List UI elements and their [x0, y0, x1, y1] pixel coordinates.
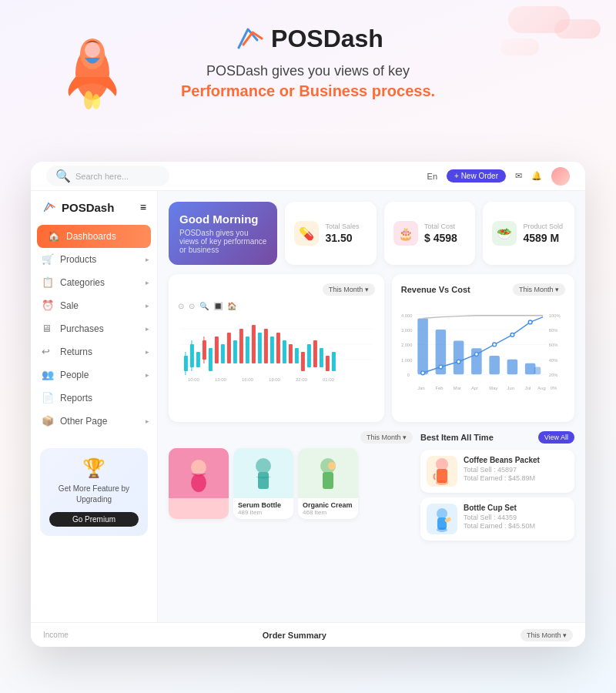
product-card-hidden [169, 448, 229, 519]
new-order-button[interactable]: + New Order [447, 169, 506, 182]
stat-label-sold: Product Sold [523, 223, 565, 230]
coffee-total-sell: Total Sell : 45897 [464, 466, 568, 474]
sidebar-item-dashboards[interactable]: 🏠 Dashboards [37, 225, 151, 248]
sidebar-item-purchases[interactable]: 🖥 Purchases ▸ [31, 317, 157, 340]
svg-text:3,000: 3,000 [401, 328, 413, 333]
svg-rect-24 [283, 340, 286, 363]
menu-toggle-icon[interactable]: ≡ [140, 201, 146, 213]
svg-text:Mar: Mar [454, 386, 461, 390]
sidebar-label-purchases: Purchases [60, 323, 104, 334]
logo-icon [233, 23, 263, 54]
purchases-icon: 🖥 [42, 323, 54, 335]
sale-icon: ⏰ [42, 300, 54, 312]
notification-icon[interactable]: 🔔 [531, 171, 542, 181]
revenue-chart-card: Revenue Vs Cost This Month ▾ 4,000 3,000 [392, 274, 574, 422]
svg-rect-86 [323, 472, 333, 489]
product-card-cream: Organic Cream 468 Item [298, 448, 358, 519]
sidebar-item-people[interactable]: 👥 People ▸ [31, 363, 157, 387]
svg-rect-60 [454, 341, 464, 375]
best-items-section: Best Item All Time View All [420, 431, 574, 545]
svg-rect-29 [313, 340, 317, 367]
candlestick-svg: 10:00 13:00 16:00 19:00 22:00 01:00 [178, 313, 375, 383]
best-item-bottle: Bottle Cup Set Total Sell : 44359 Total … [420, 497, 574, 541]
candlestick-period-button[interactable]: This Month ▾ [323, 283, 375, 296]
language-selector[interactable]: En [427, 172, 437, 181]
chart-icon-2[interactable]: ⊙ [189, 302, 195, 310]
chart-icon-3[interactable]: 🔍 [199, 302, 209, 310]
chart-icon-1[interactable]: ⊙ [178, 302, 184, 310]
stat-icon-sold: 🥗 [492, 221, 517, 246]
svg-rect-13 [215, 336, 219, 363]
sidebar-item-other[interactable]: 📦 Other Page ▸ [31, 410, 157, 433]
svg-point-71 [511, 333, 514, 336]
svg-point-93 [437, 527, 447, 532]
products-period-button[interactable]: This Month ▾ [360, 431, 413, 444]
svg-rect-31 [326, 356, 330, 371]
svg-rect-10 [196, 352, 200, 367]
stat-card-sold: 🥗 Product Sold 4589 M [483, 202, 574, 265]
charts-row: This Month ▾ ⊙ ⊙ 🔍 🔳 🏠 [169, 274, 574, 422]
chart-icon-4[interactable]: 🔳 [213, 302, 223, 310]
stat-label-sales: Total Sales [325, 223, 367, 230]
sidebar-item-categories[interactable]: 📋 Categories ▸ [31, 271, 157, 294]
stat-card-sales: 💊 Total Sales 31.50 [285, 202, 377, 265]
search-box[interactable]: 🔍 Search here... [46, 166, 169, 186]
sidebar-logo-icon [42, 200, 55, 214]
product-info-serum: Serum Bottle 489 Item [233, 498, 293, 519]
svg-rect-58 [417, 319, 428, 375]
income-label: Income [43, 631, 69, 639]
returns-icon: ↩ [42, 346, 54, 358]
sidebar-item-reports[interactable]: 📄 Reports [31, 387, 157, 410]
sidebar-item-returns[interactable]: ↩ Returns ▸ [31, 340, 157, 363]
sidebar-label-reports: Reports [60, 393, 92, 403]
email-icon[interactable]: ✉ [515, 171, 522, 181]
revenue-svg: 4,000 3,000 2,000 1,000 0 100% 80% 60% 4… [401, 302, 565, 410]
product-count-serum: 489 Item [238, 509, 289, 516]
hero-subtitle: POSDash gives you views of key [0, 63, 616, 79]
svg-rect-27 [301, 352, 305, 371]
stat-info-sold: Product Sold 4589 M [523, 223, 565, 244]
stat-value-cost: $ 4598 [424, 232, 467, 244]
revenue-chart-header: Revenue Vs Cost This Month ▾ [401, 283, 565, 296]
view-all-button[interactable]: View All [538, 431, 574, 444]
svg-text:80%: 80% [549, 328, 558, 333]
categories-icon: 📋 [42, 276, 54, 289]
svg-point-66 [420, 371, 424, 375]
revenue-period-button[interactable]: This Month ▾ [513, 283, 565, 296]
reports-icon: 📄 [42, 392, 54, 404]
stat-icon-sales: 💊 [294, 221, 319, 246]
order-summary-period-button[interactable]: This Month ▾ [521, 629, 573, 641]
products-section: This Month ▾ [169, 431, 413, 545]
svg-rect-14 [221, 344, 225, 363]
sidebar-item-products[interactable]: 🛒 Products ▸ [31, 248, 157, 271]
svg-text:20%: 20% [549, 373, 558, 377]
svg-rect-16 [233, 340, 237, 363]
upgrade-icon: 🏆 [49, 457, 139, 479]
upgrade-text: Get More Feature by Upgrading [49, 484, 139, 505]
avatar[interactable] [551, 167, 570, 186]
stat-info-cost: Total Cost $ 4598 [424, 223, 467, 244]
chevron-other: ▸ [146, 417, 149, 425]
svg-rect-12 [209, 348, 213, 371]
sidebar-item-sale[interactable]: ⏰ Sale ▸ [31, 294, 157, 317]
coffee-total-earned: Total Earned : $45.89M [464, 474, 568, 482]
svg-text:60%: 60% [549, 343, 558, 347]
chevron-sale: ▸ [146, 302, 149, 310]
sidebar-logo-text: POSDash [62, 201, 114, 214]
svg-point-88 [436, 458, 448, 470]
svg-point-72 [528, 320, 532, 324]
products-row: Serum Bottle 489 Item [169, 448, 413, 519]
greeting-subtitle: POSDash gives you views of key performan… [179, 229, 266, 254]
sidebar: POSDash ≡ 🏠 Dashboards 🛒 Products ▸ 📋 Ca… [31, 191, 158, 622]
top-stats-section: Good Morning POSDash gives you views of … [169, 202, 574, 265]
chart-icon-5[interactable]: 🏠 [227, 302, 236, 310]
svg-point-67 [439, 365, 443, 369]
svg-point-83 [256, 458, 271, 474]
go-premium-button[interactable]: Go Premium [49, 512, 139, 527]
chevron-purchases: ▸ [146, 325, 149, 333]
best-items-header: Best Item All Time View All [420, 431, 574, 444]
svg-rect-25 [289, 344, 293, 363]
svg-rect-20 [258, 333, 262, 363]
svg-rect-64 [525, 363, 536, 375]
svg-rect-21 [264, 329, 268, 363]
